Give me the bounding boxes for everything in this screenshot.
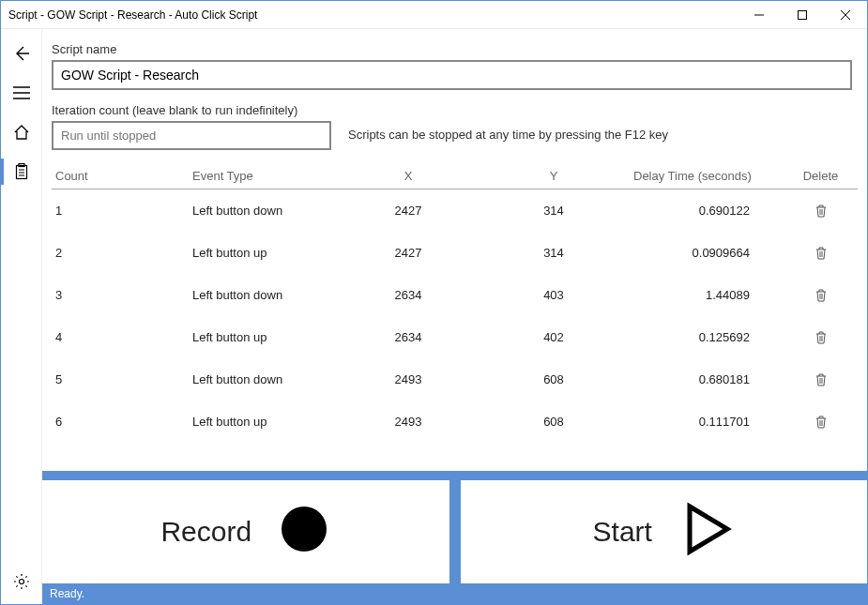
trash-icon [815,247,827,260]
iteration-label: Iteration count (leave blank to run inde… [52,103,331,117]
cell-x: 2493 [343,372,474,386]
th-x: X [343,169,474,183]
cell-delay: 1.44089 [633,288,784,302]
cell-delay: 0.111701 [633,415,784,429]
status-text: Ready. [50,587,84,600]
status-bar: Ready. [42,583,867,604]
svg-point-13 [282,507,327,552]
cell-x: 2634 [343,330,474,344]
cell-count: 4 [52,330,192,344]
table-row: 5Left button down24936080.680181 [52,358,858,401]
clipboard-icon[interactable] [10,160,33,183]
trash-icon [815,331,827,344]
cell-count: 6 [52,415,192,429]
svg-rect-1 [799,10,807,19]
settings-icon[interactable] [10,570,33,593]
cell-count: 3 [52,288,192,302]
delete-button[interactable] [784,373,858,386]
delete-button[interactable] [784,204,858,218]
script-name-input[interactable] [52,60,852,90]
table-row: 3Left button down26344031.44089 [52,274,858,316]
cell-y: 403 [474,288,633,302]
sidebar [1,29,42,604]
trash-icon [815,416,827,429]
delete-button[interactable] [784,247,858,260]
cell-y: 402 [474,330,633,344]
script-name-label: Script name [52,42,852,56]
record-button[interactable]: Record [42,480,449,583]
table-row: 4Left button up26344020.125692 [52,316,858,358]
cell-event: Left button down [192,204,343,218]
minimize-button[interactable] [738,1,781,29]
cell-event: Left button up [192,330,343,344]
th-delete: Delete [784,169,858,183]
start-button[interactable]: Start [461,480,868,583]
cell-delay: 0.125692 [633,330,784,344]
play-icon [678,501,735,564]
cell-count: 5 [52,372,192,386]
table-row: 2Left button up24273140.0909664 [52,232,858,274]
table-row: 1Left button down24273140.690122 [52,189,858,232]
record-icon [278,503,330,562]
maximize-button[interactable] [781,1,824,29]
close-button[interactable] [824,1,867,29]
cell-delay: 0.0909664 [633,246,784,260]
titlebar: Script - GOW Script - Research - Auto Cl… [1,1,867,29]
cell-y: 314 [474,204,633,218]
cell-event: Left button down [192,288,343,302]
cell-delay: 0.690122 [633,204,784,218]
home-icon[interactable] [10,121,33,144]
record-label: Record [160,516,251,548]
th-y: Y [474,169,633,183]
th-delay: Delay Time (seconds) [633,169,784,183]
svg-point-12 [19,580,23,584]
window-title: Script - GOW Script - Research - Auto Cl… [8,8,257,22]
cell-count: 2 [52,246,192,260]
cell-x: 2427 [343,204,474,218]
table-header: Count Event Type X Y Delay Time (seconds… [52,169,858,189]
cell-delay: 0.680181 [633,372,784,386]
cell-event: Left button down [192,372,343,386]
th-event: Event Type [192,169,343,183]
delete-button[interactable] [784,331,858,344]
cell-event: Left button up [192,415,343,429]
cell-y: 608 [474,372,633,386]
cell-x: 2493 [343,415,474,429]
back-icon[interactable] [10,42,33,65]
trash-icon [815,373,827,386]
action-bar: Record Start [42,471,867,583]
delete-button[interactable] [784,289,858,302]
cell-event: Left button up [192,246,343,260]
stop-hint: Scripts can be stopped at any time by pr… [348,128,668,142]
cell-x: 2634 [343,288,474,302]
events-table: Count Event Type X Y Delay Time (seconds… [52,169,858,443]
menu-icon[interactable] [10,82,33,104]
th-count: Count [52,169,192,183]
cell-x: 2427 [343,246,474,260]
trash-icon [815,204,827,218]
cell-y: 608 [474,415,633,429]
start-label: Start [593,516,652,548]
cell-y: 314 [474,246,633,260]
iteration-input[interactable] [52,121,331,150]
trash-icon [815,289,827,302]
cell-count: 1 [52,204,192,218]
table-row: 6Left button up24936080.111701 [52,401,858,443]
delete-button[interactable] [784,416,858,429]
